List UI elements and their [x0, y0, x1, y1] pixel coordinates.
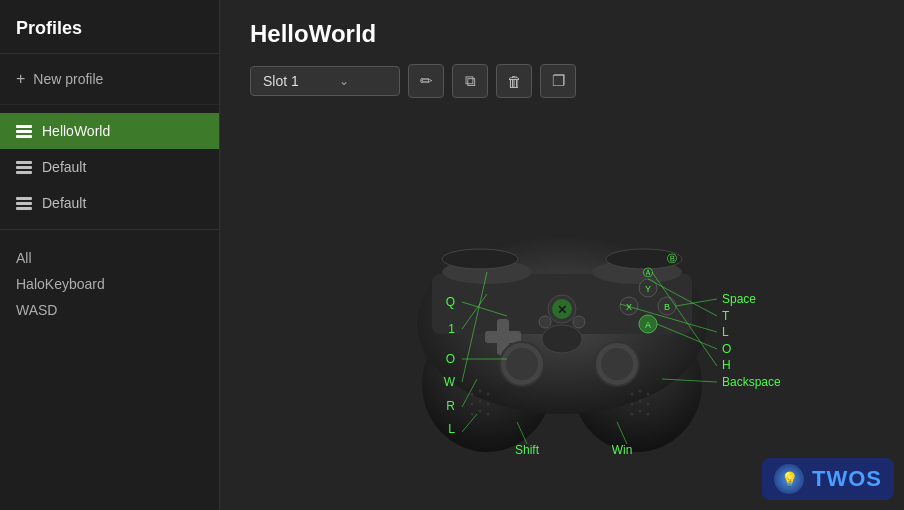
svg-text:T: T — [722, 309, 730, 323]
svg-text:W: W — [444, 375, 456, 389]
svg-line-54 — [620, 304, 717, 332]
svg-point-7 — [606, 249, 682, 269]
svg-text:Q: Q — [446, 295, 455, 309]
svg-point-26 — [639, 279, 657, 297]
edit-icon: ✏ — [420, 72, 433, 90]
new-profile-label: New profile — [33, 71, 103, 87]
svg-point-36 — [487, 413, 490, 416]
svg-point-15 — [548, 295, 576, 323]
svg-text:Backspace: Backspace — [722, 375, 781, 389]
slot-label: Slot 1 — [263, 73, 299, 89]
controller-wrap: ✕ A B X Y — [332, 154, 792, 454]
delete-icon: 🗑 — [507, 73, 522, 90]
svg-point-5 — [592, 260, 682, 284]
svg-text:Y: Y — [645, 284, 651, 294]
svg-point-16 — [552, 299, 572, 319]
svg-point-34 — [471, 413, 474, 416]
svg-point-44 — [639, 410, 642, 413]
profile-name-helloworld: HelloWorld — [42, 123, 110, 139]
svg-point-24 — [620, 297, 638, 315]
profile-icon — [16, 125, 32, 138]
svg-point-4 — [442, 260, 532, 284]
svg-point-10 — [500, 342, 544, 386]
profile-icon-2 — [16, 161, 32, 174]
tag-all[interactable]: All — [16, 250, 203, 266]
svg-point-37 — [631, 393, 634, 396]
svg-text:Ⓑ: Ⓑ — [667, 253, 677, 264]
svg-text:O: O — [446, 352, 455, 366]
svg-text:Shift: Shift — [515, 443, 540, 454]
delete-button[interactable]: 🗑 — [496, 64, 532, 98]
watermark-text: TWOS — [812, 466, 882, 492]
svg-point-32 — [479, 400, 482, 403]
copy-icon: ⧉ — [465, 72, 476, 90]
svg-point-2 — [417, 234, 707, 414]
profile-list: HelloWorld Default Default — [0, 105, 219, 230]
svg-line-53 — [648, 279, 717, 316]
svg-line-50 — [462, 379, 477, 407]
svg-line-55 — [657, 324, 717, 349]
copy-button[interactable]: ⧉ — [452, 64, 488, 98]
svg-point-11 — [506, 348, 538, 380]
svg-text:Space: Space — [722, 292, 756, 306]
svg-rect-3 — [432, 274, 692, 334]
watermark-icon: 💡 — [774, 464, 804, 494]
svg-line-59 — [617, 422, 627, 444]
duplicate-button[interactable]: ❐ — [540, 64, 576, 98]
svg-point-42 — [647, 403, 650, 406]
svg-point-31 — [471, 403, 474, 406]
svg-text:Ⓐ: Ⓐ — [643, 267, 653, 278]
svg-text:R: R — [446, 399, 455, 413]
profile-name-default-2: Default — [42, 195, 86, 211]
tag-halokeyboard[interactable]: HaloKeyboard — [16, 276, 203, 292]
svg-point-1 — [572, 316, 702, 452]
svg-point-33 — [487, 403, 490, 406]
svg-point-43 — [631, 413, 634, 416]
svg-point-29 — [479, 390, 482, 393]
svg-point-40 — [631, 403, 634, 406]
svg-line-58 — [517, 422, 527, 444]
profile-title: HelloWorld — [250, 20, 874, 48]
svg-rect-8 — [497, 319, 509, 355]
sidebar: Profiles + New profile HelloWorld Defaul… — [0, 0, 220, 510]
controller-area: ✕ A B X Y — [250, 118, 874, 490]
svg-point-18 — [539, 316, 551, 328]
svg-text:Win: Win — [612, 443, 633, 454]
svg-line-56 — [652, 272, 717, 366]
profile-item-default-2[interactable]: Default — [0, 185, 219, 221]
svg-text:B: B — [664, 302, 670, 312]
main-content: HelloWorld Slot 1 ⌄ ✏ ⧉ 🗑 ❐ — [220, 0, 904, 510]
sidebar-header: Profiles — [0, 0, 219, 54]
svg-line-52 — [676, 299, 717, 306]
svg-text:O: O — [722, 342, 731, 356]
svg-line-49 — [462, 272, 487, 382]
svg-line-46 — [462, 302, 507, 316]
chevron-down-icon: ⌄ — [339, 74, 349, 88]
app-container: Profiles + New profile HelloWorld Defaul… — [0, 0, 904, 510]
svg-text:X: X — [626, 302, 632, 312]
svg-point-38 — [639, 390, 642, 393]
svg-point-13 — [601, 348, 633, 380]
svg-line-51 — [462, 414, 477, 432]
svg-point-45 — [647, 413, 650, 416]
svg-point-14 — [542, 325, 582, 353]
duplicate-icon: ❐ — [552, 72, 565, 90]
svg-point-12 — [595, 342, 639, 386]
svg-line-47 — [462, 294, 487, 329]
profile-item-default-1[interactable]: Default — [0, 149, 219, 185]
profile-item-helloworld[interactable]: HelloWorld — [0, 113, 219, 149]
tag-wasd[interactable]: WASD — [16, 302, 203, 318]
controller-svg: ✕ A B X Y — [332, 154, 792, 454]
slot-bar: Slot 1 ⌄ ✏ ⧉ 🗑 ❐ — [250, 64, 874, 98]
new-profile-button[interactable]: + New profile — [0, 54, 219, 105]
svg-point-35 — [479, 410, 482, 413]
svg-line-57 — [662, 379, 717, 382]
svg-point-39 — [647, 393, 650, 396]
slot-dropdown[interactable]: Slot 1 ⌄ — [250, 66, 400, 96]
svg-point-28 — [471, 393, 474, 396]
svg-text:H: H — [722, 358, 731, 372]
svg-point-0 — [422, 316, 552, 452]
tags-section: All HaloKeyboard WASD — [0, 230, 219, 326]
svg-text:A: A — [645, 320, 651, 330]
edit-button[interactable]: ✏ — [408, 64, 444, 98]
